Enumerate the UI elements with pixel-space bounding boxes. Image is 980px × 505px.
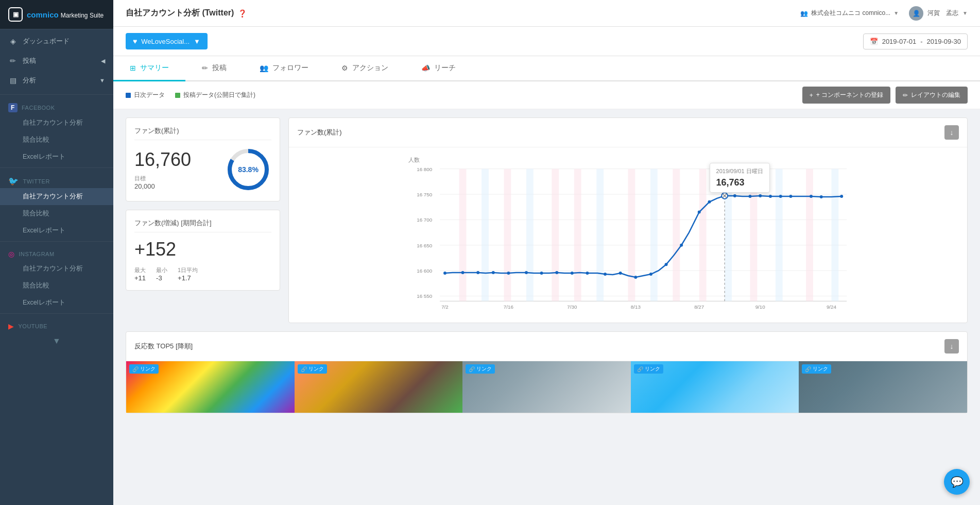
stat-cards-column: ファン数(累計) 16,760 目標 20,000	[126, 117, 280, 323]
instagram-label: Instagram	[19, 251, 55, 257]
tab-summary[interactable]: ⊞ サマリー	[113, 56, 185, 81]
svg-point-41	[586, 272, 589, 275]
reactions-download-button[interactable]: ↓	[944, 339, 959, 354]
date-separator: -	[920, 38, 922, 45]
svg-point-35	[492, 271, 495, 274]
target-label: 目標	[134, 175, 191, 182]
min-value: -3	[156, 274, 167, 282]
account-selector-button[interactable]: ♥ WeLoveSocial... ▼	[126, 33, 208, 49]
add-component-button[interactable]: + + コンポーネントの登録	[802, 87, 890, 104]
help-icon[interactable]: ❓	[238, 9, 247, 18]
fan-count-title: ファン数(累計)	[134, 126, 271, 140]
ig-comp-label: 競合比較	[23, 281, 49, 290]
reaction-item-2[interactable]: 🔗 リンク	[295, 361, 463, 413]
instagram-icon: ◎	[8, 250, 15, 258]
svg-text:7/2: 7/2	[441, 304, 449, 310]
svg-point-42	[604, 273, 607, 276]
sidebar-sub-ig-comp[interactable]: 競合比較	[0, 277, 113, 294]
sidebar-category-facebook: f Facebook	[0, 97, 113, 114]
fan-count-inner: ファン数(累計) 16,760 目標 20,000	[126, 118, 280, 201]
sidebar-divider-2	[0, 167, 113, 168]
chart-tooltip: 2019/09/01 日曜日 16,763	[710, 163, 770, 193]
link-badge-1: 🔗 リンク	[129, 364, 159, 374]
content-area: ファン数(累計) 16,760 目標 20,000	[113, 109, 980, 505]
tabs: ⊞ サマリー ✏ 投稿 👥 フォロワー ⚙ アクション 📣 リーチ	[113, 56, 980, 81]
sidebar-sub-tw-own[interactable]: 自社アカウント分析	[0, 188, 113, 205]
svg-point-55	[779, 195, 782, 198]
account-dropdown-icon: ▼	[194, 38, 200, 45]
svg-text:16 750: 16 750	[417, 192, 433, 197]
sidebar-sub-ig-own[interactable]: 自社アカウント分析	[0, 260, 113, 277]
sidebar-item-analysis[interactable]: ▤ 分析 ▼	[0, 71, 113, 90]
max-value: +11	[134, 274, 146, 282]
main-area: 自社アカウント分析 (Twitter) ❓ 👥 株式会社コムニコ comnico…	[113, 0, 980, 505]
tooltip-date: 2019/09/01 日曜日	[716, 167, 763, 175]
fb-excel-label: Excelレポート	[23, 153, 65, 161]
legend-post: 投稿データ(公開日で集計)	[175, 91, 255, 99]
user-info[interactable]: 👤 河賀 孟志 ▼	[909, 6, 968, 21]
svg-point-51	[733, 194, 736, 197]
svg-rect-30	[806, 169, 813, 301]
svg-point-59	[840, 195, 843, 198]
svg-point-33	[461, 271, 465, 274]
tab-post[interactable]: ✏ 投稿	[185, 56, 243, 81]
sidebar-item-dashboard[interactable]: ◈ ダッシュボード	[0, 31, 113, 51]
reaction-item-4[interactable]: 🔗 リンク	[631, 361, 799, 413]
tab-reach[interactable]: 📣 リーチ	[405, 56, 472, 81]
sidebar: ▣ comnico Marketing Suite ◈ ダッシュボード ✏ 投稿…	[0, 0, 113, 505]
svg-text:16 800: 16 800	[417, 166, 433, 172]
svg-text:7/30: 7/30	[567, 304, 577, 310]
analysis-icon: ▤	[8, 76, 18, 85]
heart-icon: ♥	[133, 37, 137, 45]
sidebar-item-post[interactable]: ✏ 投稿 ◀	[0, 51, 113, 71]
tw-own-label: 自社アカウント分析	[23, 192, 83, 201]
chart-download-button[interactable]: ↓	[944, 125, 959, 140]
post-icon: ✏	[8, 57, 18, 65]
sidebar-item-post-label: 投稿	[23, 56, 36, 65]
reactions-header: 反応数 TOP5 [降順] ↓	[126, 332, 967, 361]
sidebar-divider-3	[0, 241, 113, 242]
tw-excel-label: Excelレポート	[23, 226, 65, 235]
progress-label: 83.8%	[238, 165, 259, 174]
tab-summary-icon: ⊞	[130, 64, 136, 72]
svg-text:16 700: 16 700	[417, 217, 433, 223]
fan-count-row: 16,760 目標 20,000	[134, 146, 271, 193]
fan-count-target: 目標 20,000	[134, 175, 191, 190]
svg-point-46	[665, 263, 668, 266]
reaction-item-5[interactable]: 🔗 リンク	[799, 361, 967, 413]
svg-text:9/10: 9/10	[755, 304, 766, 310]
sidebar-sub-fb-excel[interactable]: Excelレポート	[0, 148, 113, 165]
company-info[interactable]: 👥 株式会社コムニコ comnico... ▼	[800, 9, 899, 18]
sidebar-sub-fb-comp[interactable]: 競合比較	[0, 131, 113, 148]
svg-point-52	[749, 195, 752, 198]
tab-action[interactable]: ⚙ アクション	[325, 56, 405, 81]
twitter-icon: 🐦	[8, 176, 19, 186]
tab-follower-label: フォロワー	[272, 63, 308, 73]
reaction-item-1[interactable]: 🔗 リンク	[126, 361, 295, 413]
facebook-label: Facebook	[22, 105, 55, 111]
min-detail: 最小 -3	[156, 266, 167, 282]
date-picker[interactable]: 📅 2019-07-01 - 2019-09-30	[863, 33, 968, 49]
edit-layout-button[interactable]: ✏ レイアウトの編集	[896, 87, 968, 104]
sidebar-sub-tw-excel[interactable]: Excelレポート	[0, 222, 113, 239]
sidebar-sub-tw-comp[interactable]: 競合比較	[0, 205, 113, 222]
chat-button[interactable]: 💬	[944, 469, 970, 495]
reactions-images: 🔗 リンク 🔗 リンク	[126, 361, 967, 413]
date-start: 2019-07-01	[882, 38, 917, 45]
svg-rect-24	[650, 169, 658, 301]
scroll-down-indicator: ▼	[0, 332, 113, 350]
svg-point-44	[634, 276, 637, 279]
reaction-item-3[interactable]: 🔗 リンク	[462, 361, 631, 413]
sidebar-sub-fb-own[interactable]: 自社アカウント分析	[0, 114, 113, 131]
progress-ring-container: 83.8%	[225, 146, 271, 193]
svg-text:16 650: 16 650	[417, 243, 433, 248]
fan-change-title: ファン数(増減) [期間合計]	[134, 218, 271, 232]
tab-follower[interactable]: 👥 フォロワー	[243, 56, 325, 81]
link-icon-4: 🔗	[637, 366, 643, 372]
account-name: WeLoveSocial...	[141, 38, 190, 45]
sidebar-sub-ig-excel[interactable]: Excelレポート	[0, 294, 113, 311]
page-title-text: 自社アカウント分析 (Twitter)	[126, 8, 234, 19]
edit-icon: ✏	[903, 92, 908, 99]
edit-layout-label: レイアウトの編集	[911, 91, 960, 99]
svg-text:9/24: 9/24	[827, 304, 837, 310]
